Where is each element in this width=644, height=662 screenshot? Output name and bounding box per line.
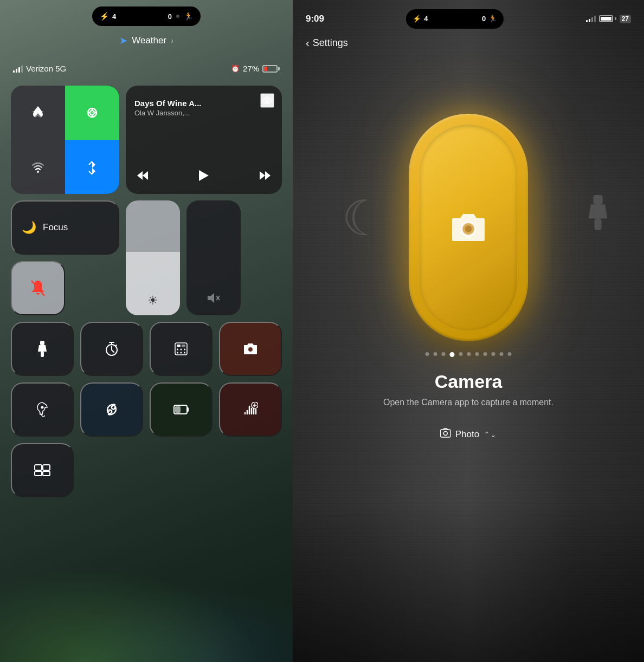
calculator-button[interactable] — [150, 322, 212, 376]
bluetooth-button[interactable] — [65, 140, 119, 194]
page-dot-4 — [450, 352, 455, 357]
photo-label: Photo — [455, 429, 479, 440]
music-block: Days Of Wine A... Ola W Jansson,... — [126, 86, 282, 194]
control-grid: Days Of Wine A... Ola W Jansson,... — [11, 86, 282, 497]
battery-icon — [262, 65, 280, 73]
svg-point-30 — [184, 352, 185, 354]
page-dot-10 — [500, 352, 504, 356]
right-status-icons: 27 — [586, 15, 631, 23]
svg-rect-35 — [187, 407, 189, 412]
page-dot-5 — [459, 352, 463, 356]
svg-marker-15 — [208, 293, 214, 303]
svg-rect-52 — [595, 218, 602, 230]
svg-rect-48 — [35, 471, 42, 476]
second-row: 🌙 Focus ☀ — [11, 200, 282, 315]
svg-rect-49 — [43, 471, 50, 476]
di-right-content: 0 🏃 — [168, 12, 193, 21]
weather-text: Weather — [132, 35, 166, 46]
camera-pill-button[interactable] — [409, 114, 528, 341]
svg-point-56 — [443, 432, 447, 436]
timer-button[interactable] — [80, 322, 143, 376]
di-number-right: 4 — [424, 15, 428, 23]
page-dots — [426, 352, 512, 357]
svg-marker-9 — [137, 171, 143, 180]
camera-description: Open the Camera app to capture a moment. — [383, 398, 553, 407]
volume-slider[interactable] — [186, 200, 241, 315]
page-dot-8 — [484, 352, 487, 356]
flashlight-button[interactable] — [11, 322, 74, 376]
airplane-mode-button[interactable] — [11, 86, 65, 140]
battery-widget-button[interactable] — [150, 382, 212, 437]
music-next-button[interactable] — [259, 170, 271, 184]
music-prev-button[interactable] — [137, 170, 149, 184]
left-panel: ⚡ 4 0 🏃 ➤ Weather › Verizon 5G ⏰ 27% — [0, 0, 293, 662]
battery-icon-right — [599, 15, 616, 22]
music-info: Days Of Wine A... Ola W Jansson,... — [134, 99, 273, 117]
connectivity-block — [11, 86, 119, 194]
di-dot — [176, 15, 179, 18]
status-bar-left: Verizon 5G ⏰ 27% — [13, 64, 280, 73]
page-dot-3 — [442, 352, 446, 356]
svg-point-33 — [41, 406, 44, 409]
svg-point-28 — [177, 352, 178, 354]
svg-marker-10 — [143, 171, 148, 180]
focus-silent-column: 🌙 Focus — [11, 200, 119, 315]
sound-recognition-button[interactable] — [219, 382, 282, 437]
brightness-slider[interactable]: ☀ — [126, 200, 180, 315]
weather-bar[interactable]: ➤ Weather › — [119, 35, 173, 47]
svg-rect-20 — [41, 352, 44, 357]
camera-shortcut-button[interactable] — [219, 322, 282, 376]
svg-point-54 — [465, 225, 472, 232]
airplay-button[interactable] — [260, 93, 274, 108]
signal-strength-icon — [13, 65, 23, 73]
svg-marker-11 — [199, 170, 209, 181]
photo-selector[interactable]: Photo ⌃⌄ — [440, 428, 497, 440]
top-row: Days Of Wine A... Ola W Jansson,... — [11, 86, 282, 194]
settings-back-button[interactable]: ‹ Settings — [306, 37, 348, 49]
di-left-content: ⚡ 4 — [100, 12, 116, 21]
carrier-info: Verizon 5G — [13, 64, 66, 73]
music-controls — [134, 168, 273, 185]
di-activity-icon: 🏃 — [184, 12, 193, 21]
music-play-button[interactable] — [198, 168, 209, 185]
settings-back-label: Settings — [313, 37, 348, 49]
focus-button[interactable]: 🌙 Focus — [11, 200, 119, 255]
battery-percent-right: 27 — [620, 15, 631, 23]
camera-label-section: Camera Open the Camera app to capture a … — [293, 371, 644, 407]
hearing-button[interactable] — [11, 382, 74, 437]
svg-point-32 — [249, 348, 252, 351]
svg-point-25 — [177, 349, 178, 351]
back-chevron-icon: ‹ — [306, 37, 310, 49]
svg-rect-23 — [177, 345, 181, 347]
svg-marker-19 — [38, 345, 47, 352]
svg-point-2 — [92, 112, 93, 113]
di-number-left: 4 — [112, 12, 116, 21]
dynamic-island-left: ⚡ 4 0 🏃 — [92, 7, 201, 26]
fourth-row — [11, 382, 282, 437]
battery-percent-text: 27% — [243, 64, 259, 73]
utility-row — [11, 322, 282, 376]
shazam-button[interactable] — [80, 382, 143, 437]
status-bar-right: 9:09 ⚡ 4 0 🏃 2 — [293, 0, 644, 30]
carrier-text: Verizon 5G — [26, 64, 66, 73]
flashlight-decoration — [584, 195, 611, 238]
svg-rect-47 — [43, 465, 50, 470]
moon-decoration: ☾ — [342, 190, 385, 246]
alarm-icon: ⏰ — [231, 64, 240, 73]
camera-title: Camera — [435, 371, 503, 392]
wifi-button[interactable] — [11, 140, 65, 194]
svg-point-26 — [181, 349, 182, 351]
silent-mode-button[interactable] — [11, 261, 65, 315]
time-display: 9:09 — [306, 14, 324, 24]
music-artist: Ola W Jansson,... — [134, 109, 273, 117]
cellular-button[interactable] — [65, 86, 119, 140]
moon-icon: 🌙 — [22, 220, 36, 235]
screen-mirror-button[interactable] — [11, 443, 74, 497]
svg-point-27 — [184, 349, 185, 351]
music-title: Days Of Wine A... — [134, 99, 273, 108]
right-panel: 9:09 ⚡ 4 0 🏃 2 — [293, 0, 644, 662]
di-activity-right: 🏃 — [488, 15, 497, 23]
brightness-icon: ☀ — [147, 294, 158, 308]
battery-section: ⏰ 27% — [231, 64, 280, 73]
svg-rect-55 — [441, 430, 450, 437]
